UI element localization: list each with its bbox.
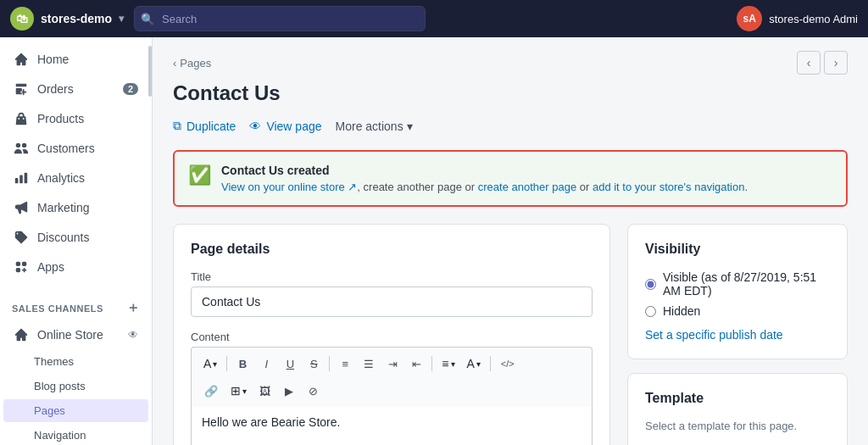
editor-toolbar: A ▾ B I U S ≡ ☰ ⇥ (191, 347, 593, 407)
sidebar-item-products-label: Products (37, 112, 84, 125)
clear-format-button[interactable]: ⊘ (302, 380, 324, 402)
bullet-list-button[interactable]: ≡ (334, 353, 356, 375)
publish-date-link[interactable]: Set a specific publish date (645, 328, 830, 342)
link-button[interactable]: 🔗 (198, 380, 224, 402)
page-navigation: ‹ › (797, 51, 848, 75)
image-button[interactable]: 🖼 (253, 380, 276, 402)
code-view-button[interactable]: </> (495, 353, 520, 375)
content-grid: Page details Title Content A ▾ (173, 224, 848, 445)
italic-button[interactable]: I (255, 353, 277, 375)
brand-icon: 🛍 (10, 7, 34, 31)
marketing-icon (14, 200, 29, 215)
template-card: Template Select a template for this page… (627, 373, 848, 445)
hidden-radio[interactable] (645, 306, 656, 317)
editor-body[interactable]: Hello we are Bearie Store. (191, 407, 593, 445)
search-bar: 🔍 (134, 6, 426, 31)
outdent-button[interactable]: ⇤ (405, 353, 427, 375)
text-color-select[interactable]: A ▾ (462, 354, 486, 373)
analytics-icon (14, 170, 29, 186)
view-page-button[interactable]: 👁 View page (249, 116, 321, 136)
alert-text-part2: , create another page or (357, 181, 475, 193)
page-actions: ⧉ Duplicate 👁 View page More actions ▾ (173, 115, 848, 136)
prev-page-button[interactable]: ‹ (797, 51, 821, 75)
visibility-options: Visible (as of 8/27/2019, 5:51 AM EDT) H… (645, 270, 830, 318)
alert-content: Contact Us created View on your online s… (221, 164, 748, 193)
hidden-option[interactable]: Hidden (645, 304, 830, 318)
strikethrough-button[interactable]: S (303, 353, 325, 375)
themes-label: Themes (34, 355, 74, 368)
align-select[interactable]: ≡ ▾ (437, 354, 459, 373)
visible-option[interactable]: Visible (as of 8/27/2019, 5:51 AM EDT) (645, 270, 830, 298)
external-link-icon: ↗ (348, 181, 357, 193)
table-select[interactable]: ⊞ ▾ (225, 381, 252, 400)
scroll-indicator (148, 37, 152, 445)
user-menu[interactable]: sA stores-demo Admi (737, 6, 858, 31)
table-icon: ⊞ (231, 384, 241, 398)
breadcrumb-back[interactable]: ‹ Pages (173, 57, 211, 70)
sidebar-sub-pages[interactable]: Pages (3, 399, 148, 422)
hidden-label: Hidden (663, 304, 700, 318)
sidebar-item-home[interactable]: Home (3, 45, 148, 74)
chevron-down-icon: ▾ (407, 120, 413, 133)
align-icon: ≡ (442, 357, 448, 370)
blog-posts-label: Blog posts (34, 380, 86, 392)
user-avatar: sA (737, 6, 762, 31)
brand-logo[interactable]: 🛍 stores-demo ▾ (10, 7, 124, 31)
font-select[interactable]: A ▾ (198, 354, 222, 373)
sidebar-sub-themes[interactable]: Themes (3, 350, 148, 373)
search-input[interactable] (134, 6, 426, 31)
sidebar-item-marketing-label: Marketing (37, 201, 89, 214)
page-details-card: Page details Title Content A ▾ (173, 224, 610, 445)
template-title: Template (645, 391, 830, 406)
sidebar-sub-blog-posts[interactable]: Blog posts (3, 375, 148, 398)
indent-button[interactable]: ⇥ (381, 353, 403, 375)
customers-icon (14, 141, 29, 156)
sales-channels-section: SALES CHANNELS ＋ (0, 289, 152, 320)
success-icon: ✅ (188, 164, 211, 186)
video-button[interactable]: ▶ (278, 380, 300, 402)
alert-title: Contact Us created (221, 164, 748, 177)
sidebar-item-apps[interactable]: Apps (3, 253, 148, 281)
navigation-link[interactable]: add it to your store's navigation (593, 181, 745, 193)
eye-icon[interactable]: 👁 (128, 329, 138, 341)
sidebar-item-analytics[interactable]: Analytics (3, 164, 148, 192)
sidebar-item-orders[interactable]: Orders 2 (3, 75, 148, 103)
online-store-label: Online Store (37, 328, 103, 342)
add-sales-channel-icon[interactable]: ＋ (126, 299, 141, 317)
products-icon (14, 111, 29, 126)
breadcrumb-text: Pages (180, 57, 211, 70)
sidebar-item-home-label: Home (37, 53, 69, 66)
visible-radio[interactable] (645, 279, 656, 290)
brand-dropdown-icon[interactable]: ▾ (119, 13, 124, 25)
apps-icon (14, 259, 29, 275)
alert-text-part4: . (744, 181, 748, 193)
text-color-dropdown-icon: ▾ (476, 359, 481, 369)
sidebar-item-discounts[interactable]: Discounts (3, 223, 148, 252)
create-page-link[interactable]: create another page (478, 181, 576, 193)
next-page-button[interactable]: › (824, 51, 848, 75)
title-input[interactable] (191, 286, 593, 317)
eye-action-icon: 👁 (249, 120, 261, 133)
visibility-title: Visibility (645, 242, 830, 257)
table-dropdown-icon: ▾ (242, 387, 247, 396)
sidebar-sub-navigation[interactable]: Navigation (3, 424, 148, 445)
more-actions-label: More actions (336, 120, 403, 133)
template-description: Select a template for this page. (645, 420, 830, 432)
duplicate-icon: ⧉ (173, 119, 181, 133)
sidebar-item-orders-label: Orders (37, 82, 74, 96)
numbered-list-button[interactable]: ☰ (358, 353, 380, 375)
bold-button[interactable]: B (231, 353, 253, 375)
content-label: Content (191, 331, 593, 343)
sidebar-item-online-store[interactable]: Online Store 👁 (3, 321, 148, 348)
sidebar-item-analytics-label: Analytics (37, 171, 85, 185)
sidebar-item-marketing[interactable]: Marketing (3, 193, 148, 222)
duplicate-button[interactable]: ⧉ Duplicate (173, 115, 236, 136)
view-store-link[interactable]: View on your online store ↗ (221, 181, 357, 193)
sidebar-item-products[interactable]: Products (3, 104, 148, 133)
alert-text: View on your online store ↗, create anot… (221, 181, 748, 193)
underline-button[interactable]: U (279, 353, 301, 375)
main-content: ‹ Pages ‹ › Contact Us ⧉ Duplicate 👁 Vi (153, 37, 868, 445)
more-actions-button[interactable]: More actions ▾ (336, 120, 413, 133)
sidebar-item-customers[interactable]: Customers (3, 134, 148, 163)
toolbar-sep-1 (226, 356, 227, 371)
